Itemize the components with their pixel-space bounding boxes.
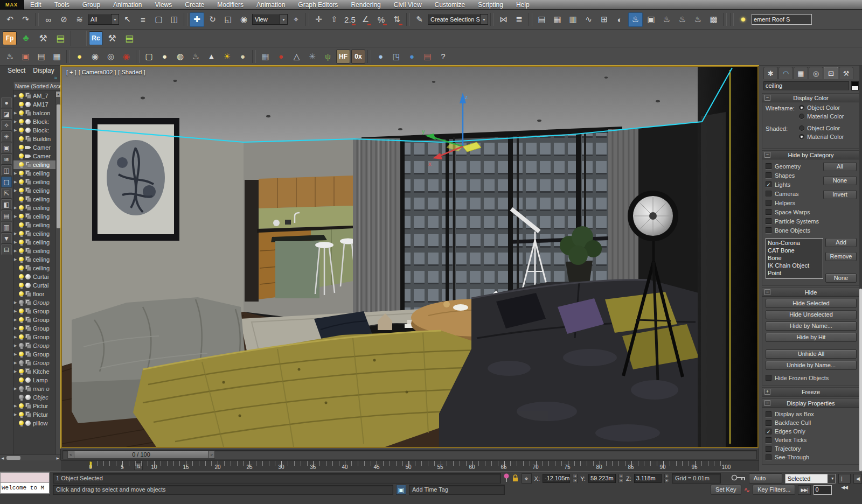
- hide-action-button[interactable]: Hide Unselected: [766, 310, 857, 319]
- next-frame-button[interactable]: >: [208, 451, 215, 459]
- x-coordinate-field[interactable]: -12.105m: [543, 474, 570, 483]
- unlink-selection-icon[interactable]: ⊘ ▼: [57, 12, 71, 27]
- scroll-right-icon[interactable]: ▶: [55, 456, 60, 460]
- explorer-row[interactable]: ▶ Objec: [13, 393, 55, 402]
- remove-category-button[interactable]: Remove: [825, 252, 857, 261]
- object-name-field[interactable]: ceiling: [763, 81, 849, 90]
- hide-action-button[interactable]: Unhide by Name...: [766, 361, 857, 370]
- vray-override-icon[interactable]: ●: [405, 49, 419, 64]
- vray-metaball-icon[interactable]: ✳: [305, 49, 319, 64]
- visibility-bulb-icon[interactable]: [18, 386, 24, 393]
- scrollbar-thumb[interactable]: [57, 104, 60, 228]
- visibility-bulb-icon[interactable]: [18, 351, 24, 358]
- explorer-row[interactable]: ▶ Kitche: [13, 367, 55, 376]
- visibility-bulb-icon[interactable]: [18, 377, 24, 384]
- scrollbar-thumb[interactable]: [6, 456, 20, 460]
- menu-item[interactable]: Rendering: [344, 1, 387, 9]
- expand-arrow-icon[interactable]: ▶: [14, 206, 18, 210]
- explorer-overflow-chevrons[interactable]: »: [0, 75, 60, 82]
- visibility-bulb-icon[interactable]: [18, 170, 24, 177]
- menu-item[interactable]: Graph Editors: [291, 1, 344, 9]
- checkbox-icon[interactable]: ✓: [766, 209, 771, 215]
- expand-arrow-icon[interactable]: ▶: [14, 240, 18, 244]
- explorer-row[interactable]: ▶ ceiling: [13, 247, 55, 255]
- checkbox-icon[interactable]: ✓: [766, 429, 771, 435]
- explorer-row[interactable]: ▶ ceiling: [13, 169, 55, 178]
- separator[interactable]: [252, 50, 256, 63]
- separator[interactable]: ▼: [490, 13, 494, 26]
- select-and-rotate-icon[interactable]: ↻ ▼: [205, 12, 220, 27]
- explorer-row[interactable]: ▶ Group: [13, 307, 55, 316]
- explorer-row[interactable]: ▶ Group: [13, 324, 55, 333]
- expand-arrow-icon[interactable]: ▶: [14, 352, 18, 356]
- visibility-bulb-icon[interactable]: [18, 239, 24, 246]
- go-to-start-button[interactable]: |◀◀: [838, 474, 851, 484]
- collapse-icon[interactable]: −: [764, 95, 770, 101]
- visibility-bulb-icon[interactable]: [18, 205, 24, 212]
- display-groups-icon[interactable]: ▢: [1, 177, 12, 187]
- panel-scrollbar[interactable]: [859, 66, 862, 471]
- explorer-horizontal-scrollbar[interactable]: ◀ ▶: [0, 454, 60, 460]
- visibility-bulb-icon[interactable]: [18, 342, 24, 349]
- set-key-button[interactable]: Set Key: [711, 485, 741, 495]
- visibility-bulb-icon[interactable]: [18, 248, 24, 255]
- railclone-lister-icon[interactable]: ▤: [121, 31, 137, 46]
- expand-arrow-icon[interactable]: ▶: [14, 404, 18, 408]
- render-setup-icon[interactable]: ♨ ▼: [628, 12, 643, 27]
- expand-arrow-icon[interactable]: ▶: [14, 214, 18, 219]
- redo-icon[interactable]: ↷ ▼: [18, 12, 33, 27]
- menu-item[interactable]: Create: [178, 1, 211, 9]
- explorer-row[interactable]: ▶ man o: [13, 384, 55, 393]
- explorer-row[interactable]: ▶ Block:: [13, 117, 55, 126]
- bind-to-space-warp-icon[interactable]: ≋ ▼: [72, 12, 87, 27]
- explorer-row[interactable]: ▶ ceiling: [13, 255, 55, 264]
- category-checkbox-row[interactable]: ✓ Space Warps: [766, 207, 823, 216]
- expand-arrow-icon[interactable]: ▶: [14, 257, 18, 262]
- angle-snap-icon[interactable]: ∠ ▼: [358, 12, 373, 27]
- pin-icon[interactable]: [504, 473, 509, 484]
- named-selection-sets-icon[interactable]: ✎ ▼: [412, 12, 427, 27]
- separator[interactable]: ▼: [406, 13, 410, 26]
- vray-light-ies-icon[interactable]: ▲: [204, 49, 219, 64]
- category-button[interactable]: None: [823, 176, 857, 185]
- explorer-row[interactable]: ▶ AM17: [13, 100, 55, 109]
- category-checkbox-row[interactable]: ✓ Bone Objects: [766, 226, 823, 235]
- go-to-end-button[interactable]: ▶▶|: [798, 485, 810, 495]
- separator[interactable]: ▼: [730, 13, 734, 26]
- railclone-icon[interactable]: Rc: [89, 31, 103, 45]
- select-and-scale-icon[interactable]: ◱ ▼: [221, 12, 235, 27]
- chevron-down-icon[interactable]: ▼: [828, 474, 835, 483]
- explorer-row[interactable]: ▶ Group: [13, 298, 55, 307]
- dark-sofa-section[interactable]: [439, 280, 699, 447]
- ornatrix-icon[interactable]: 0x: [351, 50, 365, 64]
- expand-arrow-icon[interactable]: ▶: [14, 249, 18, 253]
- new-key-curve-icon[interactable]: ∿: [744, 486, 750, 494]
- select-and-manipulate-icon[interactable]: ✛ ▼: [311, 12, 326, 27]
- radio-option[interactable]: Object Color: [799, 125, 844, 131]
- viewport-pov-menu[interactable]: [ Camera002 ]: [79, 69, 116, 75]
- display-space-warps-icon[interactable]: ◫: [1, 165, 12, 176]
- visibility-bulb-icon[interactable]: [18, 317, 24, 324]
- radio-icon[interactable]: [799, 125, 804, 131]
- hide-action-button[interactable]: Hide Selected: [766, 299, 857, 308]
- expand-arrow-icon[interactable]: ▶: [14, 111, 18, 115]
- vray-ambient-light-icon[interactable]: ●: [235, 49, 250, 64]
- forest-lister-icon[interactable]: ▤: [52, 31, 68, 46]
- menu-item[interactable]: Animation: [107, 1, 148, 9]
- plugin-category-item[interactable]: Bone: [768, 254, 821, 262]
- display-property-row[interactable]: ✓ Display as Box: [766, 410, 857, 418]
- vray-node-editor-icon[interactable]: ▦: [50, 49, 64, 64]
- menu-item[interactable]: Views: [148, 1, 178, 9]
- visibility-bulb-icon[interactable]: [18, 291, 24, 298]
- separator[interactable]: ▼: [305, 13, 309, 26]
- sort-by-name-icon[interactable]: ▥: [1, 222, 12, 233]
- separator[interactable]: ▼: [184, 13, 187, 26]
- tab-motion[interactable]: ◎: [809, 67, 823, 79]
- render-iterative-icon[interactable]: ♨ ▼: [675, 12, 690, 27]
- time-slider-track[interactable]: < 0 / 100 >: [62, 450, 757, 459]
- checkbox-icon[interactable]: [766, 375, 771, 381]
- expand-arrow-icon[interactable]: ▶: [14, 120, 18, 124]
- tab-display[interactable]: ⊡: [824, 67, 838, 79]
- vray-stereo-camera-icon[interactable]: ◉: [119, 49, 134, 64]
- key-mode-dropdown[interactable]: Selected▼: [785, 474, 836, 484]
